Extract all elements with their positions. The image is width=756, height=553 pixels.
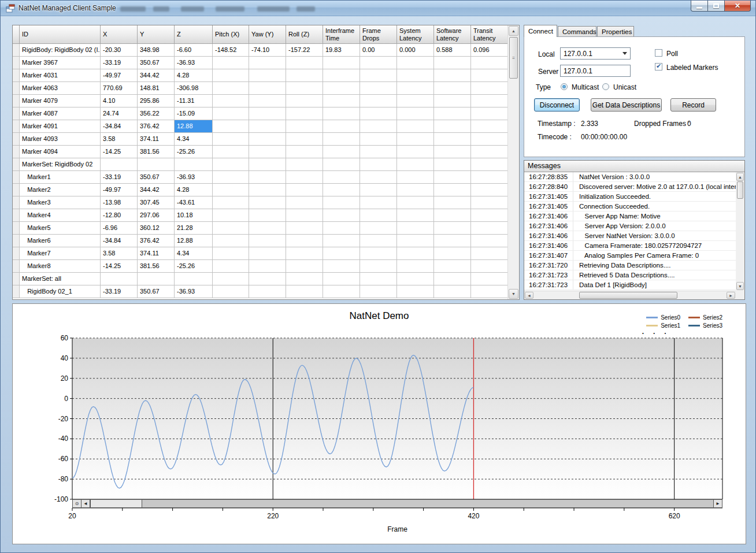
row-header[interactable] xyxy=(13,171,20,184)
grid-cell[interactable] xyxy=(360,146,397,158)
chevron-down-icon[interactable] xyxy=(622,52,627,55)
grid-cell[interactable]: Marker4 xyxy=(20,209,101,222)
grid-cell[interactable] xyxy=(360,247,397,260)
grid-cell[interactable] xyxy=(397,69,434,82)
grid-cell[interactable] xyxy=(286,247,323,260)
grid-cell[interactable]: 297.06 xyxy=(138,209,175,222)
grid-cell[interactable] xyxy=(434,158,471,171)
scroll-up-icon[interactable]: ▲ xyxy=(509,26,518,36)
grid-cell[interactable]: -34.84 xyxy=(101,235,138,247)
grid-cell[interactable] xyxy=(286,171,323,184)
grid-cell[interactable] xyxy=(323,82,360,95)
list-item[interactable]: 16:27:28:840Discovered server: Motive 2.… xyxy=(524,182,736,192)
grid-cell[interactable] xyxy=(471,133,507,146)
grid-cell[interactable] xyxy=(286,260,323,273)
grid-cell[interactable]: Marker8 xyxy=(20,260,101,273)
list-item[interactable]: 16:27:31:406 Server NatNet Version: 3.0.… xyxy=(524,231,736,241)
grid-cell[interactable] xyxy=(471,273,507,285)
grid-cell[interactable] xyxy=(434,82,471,95)
grid-cell[interactable] xyxy=(397,184,434,196)
grid-cell[interactable]: 21.28 xyxy=(175,222,213,235)
grid-cell[interactable]: Marker 4094 xyxy=(20,146,101,158)
column-header[interactable]: Software Latency xyxy=(434,25,471,44)
grid-cell[interactable] xyxy=(213,146,249,158)
record-button[interactable]: Record xyxy=(670,98,716,112)
tab-commands[interactable]: Commands xyxy=(558,26,596,37)
grid-cell[interactable]: 4.28 xyxy=(175,184,213,196)
grid-cell[interactable]: 3.58 xyxy=(101,247,138,260)
grid-cell[interactable]: 381.56 xyxy=(138,146,175,158)
menu-item-blurred[interactable] xyxy=(257,6,290,12)
grid-cell[interactable]: Marker 4079 xyxy=(20,95,101,107)
row-header[interactable] xyxy=(13,44,20,57)
grid-cell[interactable] xyxy=(286,146,323,158)
grid-cell[interactable] xyxy=(286,57,323,69)
grid-cell[interactable] xyxy=(286,120,323,133)
row-header[interactable] xyxy=(13,273,20,285)
grid-cell[interactable]: -157.22 xyxy=(286,44,323,57)
messages-hscroll-thumb[interactable] xyxy=(579,292,677,299)
grid-cell[interactable] xyxy=(286,158,323,171)
grid-cell[interactable]: -33.19 xyxy=(101,285,138,298)
grid-cell[interactable] xyxy=(471,222,507,235)
grid-cell[interactable] xyxy=(360,184,397,196)
grid-cell[interactable]: Marker 4031 xyxy=(20,69,101,82)
grid-cell[interactable] xyxy=(249,146,286,158)
grid-cell[interactable] xyxy=(397,196,434,209)
chart-horizontal-scrollbar[interactable]: ⊙ ◄ ► xyxy=(72,499,722,508)
list-item[interactable]: 16:27:31:720Retrieving Data Descriptions… xyxy=(524,261,736,270)
grid-cell[interactable] xyxy=(213,209,249,222)
grid-cell[interactable]: 12.88 xyxy=(175,235,213,247)
grid-cell[interactable] xyxy=(213,69,249,82)
column-header[interactable]: X xyxy=(101,25,138,44)
unicast-radio[interactable] xyxy=(602,83,609,90)
grid-cell[interactable] xyxy=(434,196,471,209)
scroll-down-icon[interactable]: ▼ xyxy=(509,289,518,299)
grid-cell[interactable] xyxy=(286,273,323,285)
menu-item-blurred[interactable] xyxy=(181,6,204,12)
messages-horizontal-scrollbar[interactable]: ◄ ► xyxy=(524,291,736,299)
grid-cell[interactable] xyxy=(213,82,249,95)
grid-cell[interactable]: Marker1 xyxy=(20,171,101,184)
grid-cell[interactable] xyxy=(249,260,286,273)
grid-cell[interactable]: 376.42 xyxy=(138,235,175,247)
grid-cell[interactable] xyxy=(471,285,507,298)
grid-cell[interactable] xyxy=(360,107,397,120)
grid-cell[interactable] xyxy=(286,235,323,247)
grid-cell[interactable] xyxy=(471,196,507,209)
grid-cell[interactable] xyxy=(360,235,397,247)
grid-cell[interactable] xyxy=(434,235,471,247)
grid-cell[interactable] xyxy=(323,95,360,107)
grid-cell[interactable] xyxy=(471,171,507,184)
grid-cell[interactable] xyxy=(434,222,471,235)
row-header[interactable] xyxy=(13,222,20,235)
row-header-corner[interactable] xyxy=(13,25,20,44)
grid-cell[interactable]: -25.26 xyxy=(175,146,213,158)
grid-cell[interactable] xyxy=(434,247,471,260)
grid-cell[interactable] xyxy=(249,69,286,82)
grid-cell[interactable]: -15.09 xyxy=(175,107,213,120)
grid-cell[interactable] xyxy=(323,69,360,82)
menu-item-blurred[interactable] xyxy=(216,6,244,12)
grid-cell[interactable] xyxy=(323,235,360,247)
grid-cell[interactable] xyxy=(360,120,397,133)
grid-cell[interactable]: 307.45 xyxy=(138,196,175,209)
grid-cell[interactable]: 350.67 xyxy=(138,57,175,69)
row-header[interactable] xyxy=(13,260,20,273)
row-header[interactable] xyxy=(13,158,20,171)
list-item[interactable]: 16:27:31:723Data Def 1 [RigidBody] xyxy=(524,280,736,290)
grid-cell[interactable] xyxy=(434,69,471,82)
grid-cell[interactable]: -33.19 xyxy=(101,171,138,184)
grid-cell[interactable]: Marker 4091 xyxy=(20,120,101,133)
grid-cell[interactable]: 19.83 xyxy=(323,44,360,57)
column-header[interactable]: Pitch (X) xyxy=(213,25,249,44)
grid-cell[interactable] xyxy=(360,285,397,298)
row-header[interactable] xyxy=(13,235,20,247)
grid-cell[interactable] xyxy=(397,222,434,235)
grid-cell[interactable]: Marker 4093 xyxy=(20,133,101,146)
grid-cell[interactable]: 376.42 xyxy=(138,120,175,133)
disconnect-button[interactable]: Disconnect xyxy=(534,98,580,112)
grid-cell[interactable]: -14.25 xyxy=(101,146,138,158)
minimize-button[interactable] xyxy=(691,1,708,12)
grid-cell[interactable] xyxy=(323,222,360,235)
